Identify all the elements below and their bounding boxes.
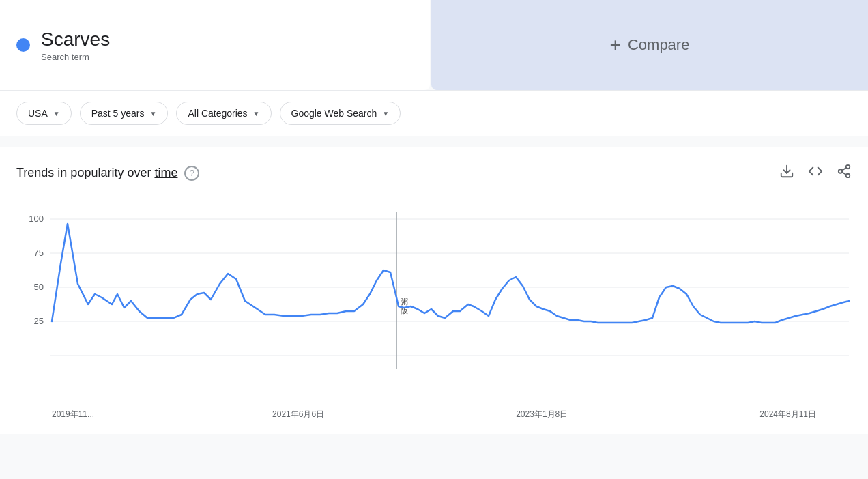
chart-title-underline: time <box>154 166 177 179</box>
svg-text:50: 50 <box>34 282 44 292</box>
chart-container: 100 75 50 25 粥 阪 <box>16 199 852 403</box>
x-label-1: 2021年6月6日 <box>272 409 324 420</box>
top-area: Scarves Search term + Compare <box>0 0 868 90</box>
compare-plus-icon: + <box>610 34 621 56</box>
download-icon[interactable] <box>779 164 794 182</box>
svg-line-5 <box>842 168 846 171</box>
time-range-filter[interactable]: Past 5 years ▼ <box>80 102 169 125</box>
svg-text:75: 75 <box>34 248 44 258</box>
search-type-label: Google Web Search <box>291 108 377 119</box>
trend-chart: 100 75 50 25 粥 阪 <box>16 199 852 403</box>
svg-text:粥: 粥 <box>401 297 408 306</box>
x-axis-labels: 2019年11... 2021年6月6日 2023年1月8日 2024年8月11… <box>16 403 852 420</box>
x-label-2: 2023年1月8日 <box>516 409 568 420</box>
chart-title-area: Trends in popularity over time ? <box>16 166 199 181</box>
time-range-chevron-icon: ▼ <box>150 110 157 117</box>
term-name: Scarves <box>41 28 110 51</box>
x-label-3: 2024年8月11日 <box>760 409 816 420</box>
search-type-chevron-icon: ▼ <box>382 110 389 117</box>
categories-label: All Categories <box>188 108 247 119</box>
svg-text:25: 25 <box>34 316 44 326</box>
filter-bar: USA ▼ Past 5 years ▼ All Categories ▼ Go… <box>0 90 868 136</box>
time-range-label: Past 5 years <box>91 108 145 119</box>
help-icon[interactable]: ? <box>184 166 199 181</box>
svg-text:100: 100 <box>29 214 44 224</box>
chart-actions <box>779 164 852 182</box>
spacer <box>0 136 868 142</box>
categories-filter[interactable]: All Categories ▼ <box>176 102 271 125</box>
country-filter[interactable]: USA ▼ <box>16 102 72 125</box>
svg-line-4 <box>842 172 846 175</box>
chart-section: Trends in popularity over time ? <box>0 147 868 434</box>
term-info: Scarves Search term <box>41 28 110 63</box>
search-type-filter[interactable]: Google Web Search ▼ <box>280 102 401 125</box>
term-dot <box>16 38 30 52</box>
chart-header: Trends in popularity over time ? <box>16 164 852 182</box>
embed-icon[interactable] <box>808 164 823 182</box>
compare-card[interactable]: + Compare <box>431 0 868 90</box>
country-label: USA <box>28 108 48 119</box>
categories-chevron-icon: ▼ <box>253 110 260 117</box>
x-label-0: 2019年11... <box>52 409 94 420</box>
chart-title-text-start: Trends in popularity over <box>16 166 154 179</box>
country-chevron-icon: ▼ <box>53 110 60 117</box>
chart-title: Trends in popularity over time <box>16 166 177 180</box>
compare-label: Compare <box>628 36 689 54</box>
search-term-card: Scarves Search term <box>0 0 430 90</box>
term-type: Search term <box>41 52 110 62</box>
compare-button[interactable]: + Compare <box>610 34 690 56</box>
share-icon[interactable] <box>837 164 852 182</box>
